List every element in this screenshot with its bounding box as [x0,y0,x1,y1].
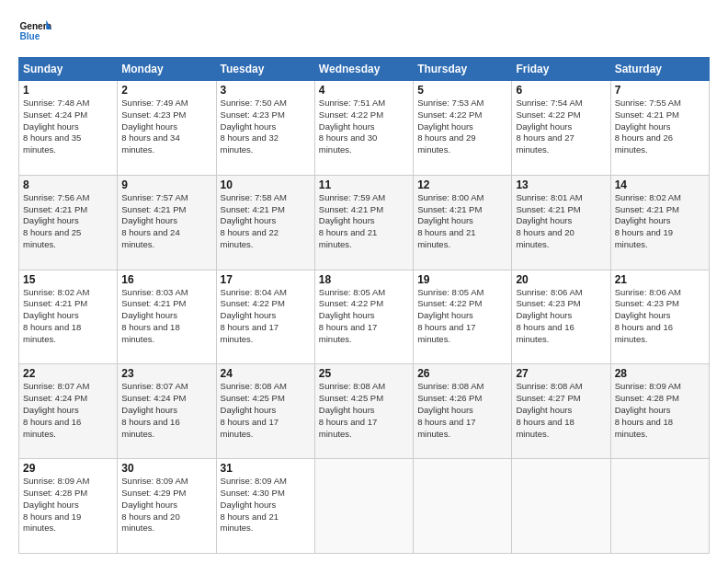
day-number: 10 [221,178,311,191]
calendar-cell [610,459,709,554]
calendar-cell [512,459,610,554]
day-info: Sunrise: 8:01 AMSunset: 4:21 PMDaylight … [516,192,606,251]
day-info: Sunrise: 7:50 AMSunset: 4:23 PMDaylight … [221,98,311,156]
day-number: 18 [319,273,409,286]
weekday-header-row: SundayMondayTuesdayWednesdayThursdayFrid… [19,58,710,81]
calendar-cell: 7Sunrise: 7:55 AMSunset: 4:21 PMDaylight… [610,81,709,176]
day-info: Sunrise: 8:09 AMSunset: 4:30 PMDaylight … [221,476,311,534]
calendar-cell: 8Sunrise: 7:56 AMSunset: 4:21 PMDaylight… [19,175,118,270]
day-number: 4 [319,84,409,97]
day-info: Sunrise: 8:06 AMSunset: 4:23 PMDaylight … [615,287,705,346]
day-info: Sunrise: 7:59 AMSunset: 4:21 PMDaylight … [319,192,409,251]
weekday-header-thursday: Thursday [414,58,512,81]
day-number: 23 [121,367,211,380]
calendar-cell: 18Sunrise: 8:05 AMSunset: 4:22 PMDayligh… [314,270,413,364]
day-info: Sunrise: 8:08 AMSunset: 4:25 PMDaylight … [319,381,409,440]
day-number: 14 [615,178,705,191]
day-number: 2 [121,84,211,97]
day-info: Sunrise: 7:49 AMSunset: 4:23 PMDaylight … [121,98,211,156]
day-info: Sunrise: 7:57 AMSunset: 4:21 PMDaylight … [121,192,211,251]
calendar-cell: 23Sunrise: 8:07 AMSunset: 4:24 PMDayligh… [118,364,216,459]
calendar-week-1: 1Sunrise: 7:48 AMSunset: 4:24 PMDaylight… [19,81,710,176]
weekday-header-sunday: Sunday [19,58,118,81]
day-number: 15 [23,273,113,286]
day-info: Sunrise: 8:08 AMSunset: 4:25 PMDaylight … [221,381,311,440]
calendar-week-4: 22Sunrise: 8:07 AMSunset: 4:24 PMDayligh… [19,364,710,459]
day-number: 6 [516,84,606,97]
calendar-cell: 17Sunrise: 8:04 AMSunset: 4:22 PMDayligh… [216,270,314,364]
weekday-header-wednesday: Wednesday [314,58,413,81]
day-number: 21 [615,273,705,286]
calendar-cell: 20Sunrise: 8:06 AMSunset: 4:23 PMDayligh… [512,270,610,364]
day-number: 26 [417,367,507,380]
day-number: 1 [23,84,113,97]
calendar-cell: 27Sunrise: 8:08 AMSunset: 4:27 PMDayligh… [512,364,610,459]
day-info: Sunrise: 8:06 AMSunset: 4:23 PMDaylight … [516,287,606,346]
logo: General Blue [18,15,51,48]
calendar-week-5: 29Sunrise: 8:09 AMSunset: 4:28 PMDayligh… [19,459,710,554]
day-info: Sunrise: 7:56 AMSunset: 4:21 PMDaylight … [23,192,113,251]
day-number: 22 [23,367,113,380]
calendar-cell: 2Sunrise: 7:49 AMSunset: 4:23 PMDaylight… [118,81,216,176]
day-info: Sunrise: 8:03 AMSunset: 4:21 PMDaylight … [121,287,211,346]
day-info: Sunrise: 7:51 AMSunset: 4:22 PMDaylight … [319,98,409,156]
calendar-cell: 16Sunrise: 8:03 AMSunset: 4:21 PMDayligh… [118,270,216,364]
calendar-cell: 30Sunrise: 8:09 AMSunset: 4:29 PMDayligh… [118,459,216,554]
day-info: Sunrise: 7:48 AMSunset: 4:24 PMDaylight … [23,98,113,156]
day-number: 30 [121,462,211,475]
weekday-header-friday: Friday [512,58,610,81]
calendar-table: SundayMondayTuesdayWednesdayThursdayFrid… [18,57,710,554]
header: General Blue [18,15,710,48]
calendar-cell: 3Sunrise: 7:50 AMSunset: 4:23 PMDaylight… [216,81,314,176]
calendar-week-3: 15Sunrise: 8:02 AMSunset: 4:21 PMDayligh… [19,270,710,364]
day-info: Sunrise: 7:54 AMSunset: 4:22 PMDaylight … [516,98,606,156]
day-number: 20 [516,273,606,286]
day-info: Sunrise: 8:07 AMSunset: 4:24 PMDaylight … [121,381,211,440]
calendar-cell: 12Sunrise: 8:00 AMSunset: 4:21 PMDayligh… [414,175,512,270]
day-number: 11 [319,178,409,191]
day-number: 7 [615,84,705,97]
page: General Blue SundayMondayTuesdayWednesda… [0,0,728,563]
calendar-cell [314,459,413,554]
day-number: 12 [417,178,507,191]
calendar-cell: 13Sunrise: 8:01 AMSunset: 4:21 PMDayligh… [512,175,610,270]
calendar-cell: 11Sunrise: 7:59 AMSunset: 4:21 PMDayligh… [314,175,413,270]
calendar-cell: 9Sunrise: 7:57 AMSunset: 4:21 PMDaylight… [118,175,216,270]
day-number: 13 [516,178,606,191]
logo-icon: General Blue [18,15,51,48]
day-info: Sunrise: 8:05 AMSunset: 4:22 PMDaylight … [319,287,409,346]
day-info: Sunrise: 8:02 AMSunset: 4:21 PMDaylight … [23,287,113,346]
day-info: Sunrise: 8:05 AMSunset: 4:22 PMDaylight … [417,287,507,346]
day-info: Sunrise: 8:09 AMSunset: 4:29 PMDaylight … [121,476,211,534]
calendar-cell: 6Sunrise: 7:54 AMSunset: 4:22 PMDaylight… [512,81,610,176]
day-number: 5 [417,84,507,97]
calendar-cell: 24Sunrise: 8:08 AMSunset: 4:25 PMDayligh… [216,364,314,459]
day-number: 24 [221,367,311,380]
day-number: 31 [221,462,311,475]
calendar-cell: 1Sunrise: 7:48 AMSunset: 4:24 PMDaylight… [19,81,118,176]
calendar-cell: 25Sunrise: 8:08 AMSunset: 4:25 PMDayligh… [314,364,413,459]
weekday-header-saturday: Saturday [610,58,709,81]
day-number: 19 [417,273,507,286]
day-number: 9 [121,178,211,191]
calendar-cell: 19Sunrise: 8:05 AMSunset: 4:22 PMDayligh… [414,270,512,364]
day-number: 27 [516,367,606,380]
weekday-header-monday: Monday [118,58,216,81]
calendar-cell: 26Sunrise: 8:08 AMSunset: 4:26 PMDayligh… [414,364,512,459]
calendar-cell: 15Sunrise: 8:02 AMSunset: 4:21 PMDayligh… [19,270,118,364]
calendar-cell: 22Sunrise: 8:07 AMSunset: 4:24 PMDayligh… [19,364,118,459]
calendar-week-2: 8Sunrise: 7:56 AMSunset: 4:21 PMDaylight… [19,175,710,270]
day-info: Sunrise: 8:08 AMSunset: 4:26 PMDaylight … [417,381,507,440]
day-number: 28 [615,367,705,380]
day-info: Sunrise: 7:53 AMSunset: 4:22 PMDaylight … [417,98,507,156]
day-info: Sunrise: 8:09 AMSunset: 4:28 PMDaylight … [23,476,113,534]
day-info: Sunrise: 8:07 AMSunset: 4:24 PMDaylight … [23,381,113,440]
calendar-cell: 29Sunrise: 8:09 AMSunset: 4:28 PMDayligh… [19,459,118,554]
day-info: Sunrise: 8:08 AMSunset: 4:27 PMDaylight … [516,381,606,440]
day-number: 17 [221,273,311,286]
calendar-cell: 21Sunrise: 8:06 AMSunset: 4:23 PMDayligh… [610,270,709,364]
day-info: Sunrise: 7:58 AMSunset: 4:21 PMDaylight … [221,192,311,251]
weekday-header-tuesday: Tuesday [216,58,314,81]
calendar-cell: 14Sunrise: 8:02 AMSunset: 4:21 PMDayligh… [610,175,709,270]
calendar-cell: 4Sunrise: 7:51 AMSunset: 4:22 PMDaylight… [314,81,413,176]
